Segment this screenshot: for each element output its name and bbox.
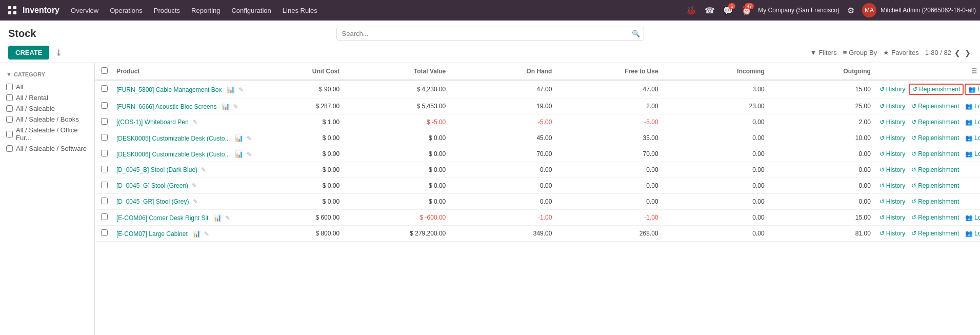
sidebar-item-all[interactable]: All [0, 82, 94, 92]
chart-icon[interactable]: 📊 [235, 134, 243, 142]
edit-icon[interactable]: ✎ [201, 166, 206, 173]
replenishment-button[interactable]: ↺ Replenishment [909, 213, 962, 222]
row-checkbox[interactable] [101, 150, 108, 156]
replenishment-button[interactable]: ↺ Replenishment [909, 229, 962, 238]
nav-operations[interactable]: Operations [105, 4, 148, 17]
chart-icon[interactable]: 📊 [227, 86, 235, 93]
sidebar-item-rental[interactable]: All / Rental [0, 92, 94, 103]
edit-icon[interactable]: ✎ [247, 135, 252, 142]
sidebar-item-saleable[interactable]: All / Saleable [0, 103, 94, 114]
replenishment-button[interactable]: ↺ Replenishment [909, 165, 962, 174]
group-by-button[interactable]: ≡ Group By [843, 49, 877, 56]
col-header-unit-cost[interactable]: Unit Cost [236, 63, 343, 80]
col-header-free-to-use[interactable]: Free to Use [555, 63, 661, 80]
product-link[interactable]: [D_0045_B] Stool (Dark Blue) [116, 166, 197, 173]
sidebar-checkbox-all[interactable] [6, 84, 13, 90]
history-button[interactable]: ↺ History [877, 181, 908, 190]
settings-icon[interactable]: ⚙ [844, 3, 858, 17]
replenishment-button[interactable]: ↺ Replenishment [909, 84, 964, 95]
prev-page-button[interactable]: ❮ [953, 48, 962, 58]
sidebar-checkbox-software[interactable] [6, 145, 13, 152]
product-link[interactable]: [E-COM07] Large Cabinet [116, 230, 188, 238]
edit-icon[interactable]: ✎ [233, 103, 238, 110]
edit-icon[interactable]: ✎ [192, 182, 197, 189]
row-checkbox[interactable] [101, 118, 108, 125]
replenishment-button[interactable]: ↺ Replenishment [909, 133, 962, 143]
replenishment-button[interactable]: ↺ Replenishment [909, 181, 962, 190]
row-checkbox[interactable] [101, 102, 108, 109]
activity-icon[interactable]: ⏰ 47 [739, 3, 754, 17]
col-header-product[interactable]: Product [113, 63, 236, 80]
replenishment-button[interactable]: ↺ Replenishment [909, 117, 962, 127]
history-button[interactable]: ↺ History [877, 149, 908, 159]
favorites-button[interactable]: ★ Favorites [883, 49, 918, 56]
product-link[interactable]: [(COS-1)] Whiteboard Pen [116, 119, 189, 126]
filters-button[interactable]: ▼ Filters [810, 49, 836, 56]
col-settings-icon[interactable]: ☰ [971, 68, 977, 75]
bug-icon[interactable]: 🐞 [684, 3, 698, 17]
create-button[interactable]: CREATE [8, 46, 49, 60]
product-link[interactable]: [DESK0005] Customizable Desk (Custo... [116, 135, 230, 142]
row-checkbox[interactable] [101, 85, 108, 92]
history-button[interactable]: ↺ History [877, 85, 908, 94]
search-icon[interactable]: 🔍 [632, 30, 640, 37]
sidebar-item-office[interactable]: All / Saleable / Office Fur... [0, 125, 94, 143]
row-checkbox[interactable] [101, 182, 108, 188]
col-header-incoming[interactable]: Incoming [662, 63, 768, 80]
product-link[interactable]: [E-COM06] Corner Desk Right Sit [116, 214, 208, 222]
sidebar-checkbox-rental[interactable] [6, 94, 13, 101]
sidebar-item-books[interactable]: All / Saleable / Books [0, 114, 94, 125]
history-button[interactable]: ↺ History [877, 117, 908, 127]
history-button[interactable]: ↺ History [877, 229, 908, 238]
col-header-on-hand[interactable]: On Hand [449, 63, 555, 80]
row-checkbox[interactable] [101, 213, 108, 220]
nav-configuration[interactable]: Configuration [226, 4, 276, 17]
chart-icon[interactable]: 📊 [235, 150, 243, 158]
product-link[interactable]: [FURN_5800] Cable Management Box [116, 86, 222, 93]
replenishment-button[interactable]: ↺ Replenishment [909, 102, 962, 111]
edit-icon[interactable]: ✎ [238, 86, 244, 93]
nav-lines-rules[interactable]: Lines Rules [277, 4, 323, 17]
col-header-outgoing[interactable]: Outgoing [768, 63, 874, 80]
chart-icon[interactable]: 📊 [192, 230, 201, 238]
row-checkbox[interactable] [101, 229, 108, 236]
chart-icon[interactable]: 📊 [213, 214, 222, 222]
product-link[interactable]: [DESK0006] Customizable Desk (Custo... [116, 151, 230, 158]
product-link[interactable]: [FURN_6666] Acoustic Bloc Screens [116, 103, 216, 110]
nav-overview[interactable]: Overview [66, 4, 104, 17]
select-all-checkbox[interactable] [101, 67, 108, 74]
apps-menu-button[interactable] [4, 2, 21, 18]
locations-button[interactable]: 👥 Locations [963, 102, 980, 111]
replenishment-button[interactable]: ↺ Replenishment [909, 197, 962, 206]
history-button[interactable]: ↺ History [877, 102, 908, 111]
nav-reporting[interactable]: Reporting [186, 4, 225, 17]
col-header-total-value[interactable]: Total Value [343, 63, 449, 80]
locations-button[interactable]: 👥 Locations [965, 84, 980, 95]
replenishment-button[interactable]: ↺ Replenishment [909, 149, 962, 159]
chat-icon[interactable]: 💬 5 [721, 3, 735, 17]
edit-icon[interactable]: ✎ [192, 119, 197, 126]
app-brand[interactable]: Inventory [23, 6, 59, 15]
edit-icon[interactable]: ✎ [247, 151, 252, 158]
company-selector[interactable]: My Company (San Francisco) [758, 7, 839, 14]
phone-icon[interactable]: ☎ [703, 3, 717, 17]
sidebar-item-software[interactable]: All / Saleable / Software [0, 143, 94, 154]
row-checkbox[interactable] [101, 166, 108, 172]
locations-button[interactable]: 👥 Locations [963, 133, 980, 143]
history-button[interactable]: ↺ History [877, 197, 908, 206]
user-menu[interactable]: Mitchell Admin (20665062-16-0-all) [881, 7, 976, 14]
sidebar-checkbox-saleable[interactable] [6, 105, 13, 112]
download-button[interactable]: ⤓ [53, 46, 64, 60]
user-avatar[interactable]: MA [862, 3, 876, 17]
next-page-button[interactable]: ❯ [964, 48, 972, 58]
product-link[interactable]: [D_0045_GR] Stool (Grey) [116, 198, 189, 205]
product-link[interactable]: [D_0045_G] Stool (Green) [116, 182, 188, 189]
search-input[interactable] [336, 27, 644, 41]
edit-icon[interactable]: ✎ [225, 214, 230, 222]
locations-button[interactable]: 👥 Locations [963, 213, 980, 222]
edit-icon[interactable]: ✎ [193, 198, 198, 205]
edit-icon[interactable]: ✎ [204, 230, 209, 238]
sidebar-checkbox-office[interactable] [6, 131, 13, 137]
locations-button[interactable]: 👥 Locations [963, 229, 980, 238]
nav-products[interactable]: Products [149, 4, 185, 17]
